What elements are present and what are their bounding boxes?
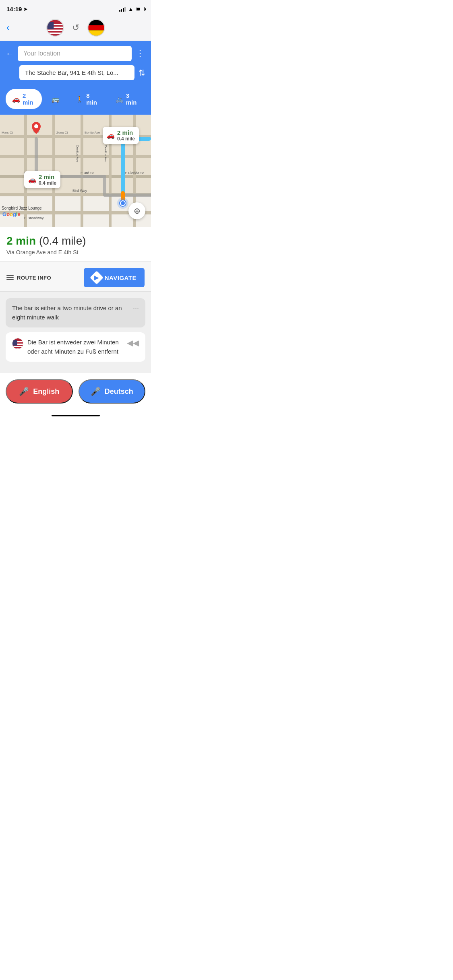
route-info-label: ROUTE INFO	[17, 275, 51, 281]
svg-text:Mars Ct: Mars Ct	[2, 131, 13, 134]
us-flag-small	[12, 338, 23, 349]
reload-button[interactable]: ↺	[72, 23, 79, 33]
home-indicator	[0, 412, 151, 421]
deutsch-mic-icon: 🎤	[91, 387, 101, 396]
svg-rect-6	[47, 30, 63, 31]
chat-area: The bar is either a two minute drive or …	[0, 292, 151, 373]
svg-text:E Florida St: E Florida St	[125, 171, 144, 175]
svg-text:Zona Ct: Zona Ct	[56, 131, 68, 134]
walk-time: 8 min	[86, 92, 99, 106]
svg-rect-76	[12, 340, 17, 346]
my-location-button[interactable]: ⊕	[128, 202, 145, 219]
bike-time: 3 min	[126, 92, 139, 106]
speaker-icon[interactable]: ◀◀	[127, 338, 139, 348]
map-info-box-mid: 🚗 2 min 0.4 mile	[24, 171, 60, 188]
svg-rect-50	[136, 178, 151, 193]
route-distance: (0.4 mile)	[39, 235, 86, 247]
swap-button[interactable]: ⇅	[139, 68, 145, 78]
english-chat-bubble: The bar is either a two minute drive or …	[6, 298, 145, 327]
location-arrow-icon: ➤	[23, 6, 27, 12]
clock: 14:19	[6, 6, 22, 12]
svg-rect-34	[27, 138, 52, 155]
origin-text: Your location	[23, 50, 60, 57]
navigate-label: NAVIGATE	[105, 274, 137, 281]
svg-rect-74	[12, 347, 23, 348]
status-time: 14:19 ➤	[6, 6, 27, 12]
route-summary: 2 min (0.4 mile) Via Orange Ave and E 4t…	[0, 227, 151, 261]
battery-icon	[136, 7, 145, 11]
tab-transit[interactable]: 🚌	[45, 92, 66, 106]
venue-label: Songbird Jazz Lounge	[2, 206, 42, 210]
english-mic-icon: 🎤	[19, 387, 29, 396]
destination-input[interactable]: The Stache Bar, 941 E 4th St, Lo...	[19, 65, 134, 80]
bottom-buttons: 🎤 English 🎤 Deutsch	[0, 373, 151, 412]
tab-drive[interactable]: 🚗 2 min	[6, 89, 42, 109]
english-button[interactable]: 🎤 English	[6, 379, 73, 404]
english-message-text: The bar is either a two minute drive or …	[12, 304, 129, 322]
destination-row: The Stache Bar, 941 E 4th St, Lo... ⇅	[19, 65, 145, 80]
svg-rect-7	[47, 31, 63, 33]
german-flag-button[interactable]	[87, 19, 105, 37]
german-message-text: Die Bar ist entweder zwei Minuten oder a…	[27, 338, 124, 356]
navigate-button[interactable]: ▶ NAVIGATE	[84, 268, 145, 287]
svg-text:Bird Way: Bird Way	[72, 189, 87, 193]
svg-rect-45	[0, 178, 24, 193]
info-time-top: 2 min	[117, 129, 135, 136]
car-info-icon-mid: 🚗	[28, 176, 36, 183]
svg-rect-8	[47, 33, 63, 34]
car-info-icon: 🚗	[107, 132, 115, 139]
svg-text:Cerritos Ave: Cerritos Ave	[76, 145, 79, 163]
home-bar	[52, 415, 100, 416]
transport-tabs: 🚗 2 min 🚌 🚶 8 min 🚲 3 min	[0, 86, 151, 115]
svg-text:E Broadway: E Broadway	[24, 216, 44, 220]
route-info-button[interactable]: ROUTE INFO	[6, 275, 51, 281]
route-actions: ROUTE INFO ▶ NAVIGATE	[0, 261, 151, 292]
google-logo: Google	[2, 211, 21, 217]
maps-back-button[interactable]: ←	[6, 49, 14, 58]
chat-more-button[interactable]: ···	[133, 304, 139, 312]
bike-icon: 🚲	[116, 95, 124, 103]
svg-rect-9	[47, 34, 63, 36]
origin-input[interactable]: Your location	[18, 46, 132, 61]
route-minutes: 2 min	[6, 235, 36, 247]
svg-rect-10	[47, 22, 54, 29]
status-icons: ▲	[119, 6, 145, 12]
svg-point-54	[121, 201, 125, 205]
deutsch-button[interactable]: 🎤 Deutsch	[79, 379, 146, 404]
car-icon: 🚗	[12, 95, 20, 103]
info-dist-top: 0.4 mile	[117, 136, 135, 142]
deutsch-label: Deutsch	[105, 387, 133, 396]
svg-text:E 3rd St: E 3rd St	[81, 171, 94, 175]
svg-rect-73	[12, 346, 23, 347]
english-label: English	[33, 387, 59, 396]
maps-header: ← Your location ⋮ The Stache Bar, 941 E …	[0, 41, 151, 86]
info-dist-mid: 0.4 mile	[39, 180, 56, 186]
svg-rect-33	[0, 138, 24, 155]
svg-rect-75	[12, 348, 23, 349]
svg-rect-13	[88, 25, 104, 31]
svg-rect-18	[0, 155, 151, 158]
route-time-display: 2 min (0.4 mile)	[6, 235, 145, 247]
svg-rect-39	[0, 158, 24, 175]
drive-time: 2 min	[23, 92, 35, 106]
destination-text: The Stache Bar, 941 E 4th St, Lo...	[25, 69, 118, 76]
tab-walk[interactable]: 🚶 8 min	[69, 89, 105, 109]
map-info-box-top: 🚗 2 min 0.4 mile	[103, 127, 139, 144]
info-time-mid: 2 min	[39, 173, 56, 180]
svg-text:Bonito Ave: Bonito Ave	[85, 131, 100, 134]
wifi-icon: ▲	[128, 6, 133, 12]
status-bar: 14:19 ➤ ▲	[0, 0, 151, 15]
svg-text:Cerritos Ave: Cerritos Ave	[104, 145, 108, 163]
back-button[interactable]: ‹	[6, 23, 9, 33]
german-chat-bubble: Die Bar ist entweder zwei Minuten oder a…	[6, 332, 145, 362]
signal-icon	[119, 7, 126, 12]
language-switcher-bar: ‹ ↺	[0, 15, 151, 41]
map-area[interactable]: Mars Ct Zona Ct Bonito Ave Cerritos Ave …	[0, 115, 151, 227]
tab-bike[interactable]: 🚲 3 min	[109, 89, 145, 109]
walk-icon: 🚶	[76, 95, 84, 103]
route-via: Via Orange Ave and E 4th St	[6, 249, 145, 255]
more-options-button[interactable]: ⋮	[136, 48, 145, 59]
svg-rect-14	[88, 30, 104, 36]
us-flag-button[interactable]	[46, 19, 64, 37]
bus-icon: 🚌	[52, 95, 60, 103]
